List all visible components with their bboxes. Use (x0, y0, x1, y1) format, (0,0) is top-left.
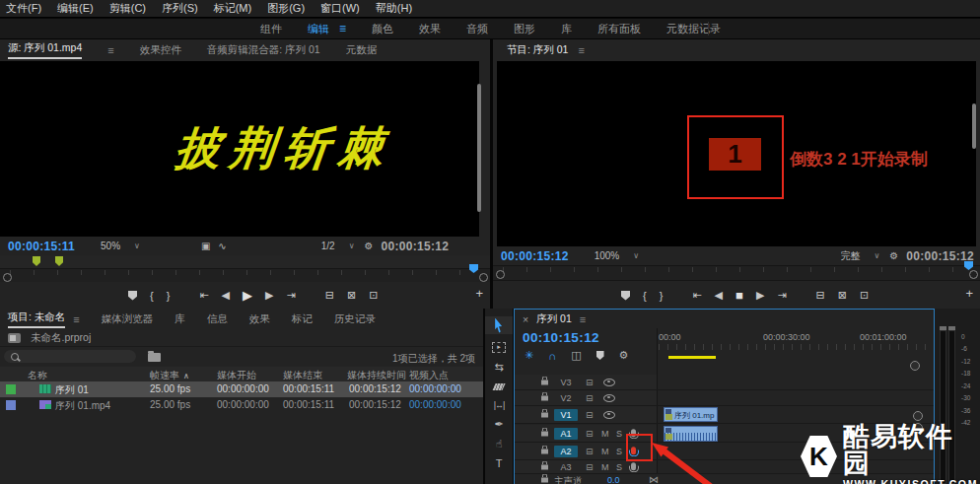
scrub-end-handle[interactable] (969, 270, 978, 279)
tab-sequence[interactable]: 序列 01 (536, 312, 572, 326)
workspace-metalogging[interactable]: 元数据记录 (666, 22, 721, 36)
button-editor-icon[interactable]: + (475, 286, 483, 301)
program-preview-scrollbar[interactable] (972, 104, 976, 149)
table-row-clip[interactable]: 序列 01.mp4 25.00 fps 00:00:00:00 00:00:15… (0, 397, 483, 413)
mark-out-icon[interactable]: } (660, 290, 664, 302)
sync-lock-icon[interactable]: ⊟ (586, 429, 594, 439)
ripple-edit-tool[interactable]: ⇆ (485, 358, 513, 376)
add-marker-icon[interactable] (621, 291, 630, 301)
step-forward-icon[interactable]: ▶ (265, 289, 273, 302)
tab-effects[interactable]: 效果 (249, 312, 270, 326)
scrub-start-handle[interactable] (496, 270, 505, 279)
timeline-settings-icon[interactable]: ⚙ (619, 349, 629, 362)
solo-button[interactable]: S (616, 447, 622, 456)
track-a1-label[interactable]: A1 (554, 428, 578, 440)
slip-tool[interactable]: |↔| (485, 396, 513, 414)
column-media-start[interactable]: 媒体开始 (217, 369, 256, 382)
step-back-icon[interactable]: ◀ (715, 289, 723, 302)
bowtie-keyframe-icon[interactable]: ⋈ (649, 474, 659, 484)
search-input[interactable] (4, 350, 136, 363)
razor-tool[interactable] (485, 378, 513, 395)
timeline-panel-menu-icon[interactable]: ≡ (580, 313, 586, 325)
step-forward-icon[interactable]: ▶ (756, 289, 764, 302)
mark-out-icon[interactable]: } (167, 290, 171, 302)
column-video-in[interactable]: 视频入点 (409, 369, 449, 382)
green-marker-icon[interactable] (33, 256, 40, 266)
video-clip[interactable]: 序列 01.mp (664, 407, 718, 422)
label-swatch-blue[interactable] (6, 400, 16, 410)
menu-sequence[interactable]: 序列(S) (162, 1, 198, 16)
program-resolution-select[interactable]: 完整 ∨ (840, 249, 879, 263)
source-resolution-select[interactable]: 1/2 ∨ (321, 241, 355, 251)
mute-button[interactable]: M (601, 462, 609, 472)
source-playhead[interactable] (469, 264, 478, 273)
go-to-out-icon[interactable]: ⇥ (287, 289, 296, 302)
master-volume-value[interactable]: 0.0 (607, 475, 620, 484)
tab-info[interactable]: 信息 (207, 312, 228, 326)
add-marker-icon[interactable] (128, 291, 137, 301)
extract-icon[interactable]: ⊠ (838, 289, 847, 302)
mark-in-icon[interactable]: { (643, 290, 647, 302)
workspace-effects[interactable]: 效果 (419, 22, 441, 36)
tab-media-browser[interactable]: 媒体浏览器 (102, 312, 154, 326)
sync-lock-icon[interactable]: ⊟ (586, 378, 594, 387)
source-panel-menu-icon[interactable]: ≡ (107, 44, 113, 56)
lock-icon[interactable] (541, 395, 548, 400)
workspace-all-panels[interactable]: 所有面板 (597, 22, 641, 36)
close-icon[interactable]: × (523, 313, 528, 325)
solo-button[interactable]: S (616, 462, 622, 472)
drag-audio-only-icon[interactable]: ∿ (218, 241, 226, 251)
track-v2-label[interactable]: V2 (554, 392, 578, 404)
tab-program[interactable]: 节目: 序列 01 (507, 43, 568, 57)
scrub-start-handle[interactable] (3, 273, 12, 282)
menu-help[interactable]: 帮助(H) (376, 1, 412, 16)
green-marker-icon[interactable] (55, 256, 63, 266)
track-a2-label[interactable]: A2 (554, 446, 578, 457)
mute-button[interactable]: M (601, 429, 609, 439)
new-bin-icon[interactable] (148, 353, 161, 362)
column-media-duration[interactable]: 媒体持续时间 (347, 369, 406, 382)
table-row-sequence[interactable]: 序列 01 25.00 fps 00:00:00:00 00:00:15:11 … (0, 381, 483, 397)
track-select-forward-tool[interactable]: ▸ (485, 338, 513, 356)
workspace-assembly[interactable]: 组件 (260, 22, 282, 36)
label-swatch-green[interactable] (6, 384, 16, 394)
export-frame-icon[interactable]: ⊡ (860, 289, 869, 302)
source-current-timecode[interactable]: 00:00:15:11 (8, 240, 75, 253)
tab-markers[interactable]: 标记 (292, 312, 313, 326)
hand-tool[interactable]: ☝ (485, 435, 513, 452)
workspace-color[interactable]: 颜色 (372, 22, 393, 36)
workspace-audio[interactable]: 音频 (466, 22, 488, 36)
track-v3-label[interactable]: V3 (554, 377, 578, 388)
go-to-in-icon[interactable]: ⇤ (199, 289, 208, 302)
lock-icon[interactable] (541, 449, 548, 453)
insert-nest-icon[interactable]: ✳ (525, 349, 533, 362)
eye-icon[interactable] (603, 411, 615, 419)
column-name[interactable]: 名称 (28, 369, 47, 382)
tab-history[interactable]: 历史记录 (334, 312, 376, 326)
timeline-scroll-handle[interactable] (910, 361, 920, 371)
program-video-preview[interactable]: 1 倒数3 2 1开始录制 (497, 61, 976, 246)
lock-icon[interactable] (541, 412, 548, 417)
menu-clip[interactable]: 剪辑(C) (109, 1, 146, 16)
type-tool[interactable]: T (485, 454, 513, 472)
export-frame-icon[interactable]: ⊡ (369, 289, 378, 302)
workspace-graphics[interactable]: 图形 (514, 22, 535, 36)
tab-project[interactable]: 项目: 未命名 (8, 311, 65, 328)
menu-file[interactable]: 文件(F) (6, 1, 41, 16)
sync-lock-icon[interactable]: ⊟ (586, 447, 594, 456)
column-framerate[interactable]: 帧速率∧ (150, 369, 189, 382)
workspace-editing[interactable]: 编辑 (308, 22, 329, 36)
source-video-preview[interactable]: 披荆斩棘 (0, 61, 479, 237)
linked-selection-icon[interactable]: ◫ (571, 349, 581, 362)
mark-in-icon[interactable]: { (150, 290, 154, 302)
tab-metadata[interactable]: 元数据 (346, 43, 378, 57)
column-media-end[interactable]: 媒体结束 (283, 369, 322, 382)
program-current-timecode[interactable]: 00:00:15:12 (501, 249, 569, 263)
go-to-out-icon[interactable]: ⇥ (777, 289, 786, 302)
stop-icon[interactable]: ■ (735, 288, 743, 303)
mute-button[interactable]: M (601, 447, 609, 456)
scrub-end-handle[interactable] (479, 273, 488, 282)
source-settings-icon[interactable]: ⚙ (365, 241, 374, 251)
source-zoom-select[interactable]: 50% ∨ (101, 241, 140, 251)
snap-magnet-icon[interactable]: ∩ (548, 350, 556, 362)
